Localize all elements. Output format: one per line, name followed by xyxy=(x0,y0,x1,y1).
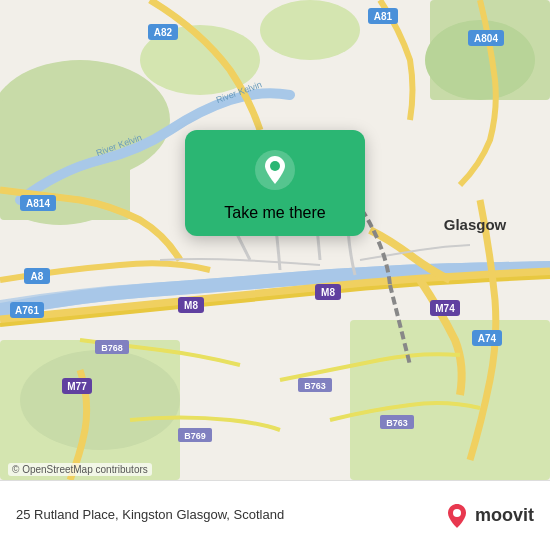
svg-text:M74: M74 xyxy=(435,303,455,314)
svg-text:M8: M8 xyxy=(321,287,335,298)
location-pin-icon xyxy=(253,148,297,192)
bottom-bar: 25 Rutland Place, Kingston Glasgow, Scot… xyxy=(0,480,550,550)
moovit-logo: moovit xyxy=(443,502,534,530)
svg-text:A761: A761 xyxy=(15,305,39,316)
svg-rect-8 xyxy=(350,320,550,480)
svg-text:M8: M8 xyxy=(184,300,198,311)
svg-text:B768: B768 xyxy=(101,343,123,353)
svg-text:A804: A804 xyxy=(474,33,498,44)
svg-text:A82: A82 xyxy=(154,27,173,38)
svg-point-45 xyxy=(270,161,280,171)
map-container: A82 A81 A804 M8 M8 A814 A8 A761 M74 A74 … xyxy=(0,0,550,480)
svg-text:Glasgow: Glasgow xyxy=(444,216,507,233)
svg-text:A814: A814 xyxy=(26,198,50,209)
svg-point-5 xyxy=(260,0,360,60)
moovit-logo-icon xyxy=(443,502,471,530)
svg-text:A81: A81 xyxy=(374,11,393,22)
svg-text:A8: A8 xyxy=(31,271,44,282)
cta-button-label: Take me there xyxy=(224,204,325,222)
svg-point-46 xyxy=(453,509,461,517)
svg-text:M77: M77 xyxy=(67,381,87,392)
moovit-logo-text: moovit xyxy=(475,505,534,526)
svg-text:B763: B763 xyxy=(386,418,408,428)
osm-attribution: © OpenStreetMap contributors xyxy=(8,463,152,476)
svg-text:A74: A74 xyxy=(478,333,497,344)
cta-card[interactable]: Take me there xyxy=(185,130,365,236)
svg-text:B769: B769 xyxy=(184,431,206,441)
svg-text:B763: B763 xyxy=(304,381,326,391)
address-text: 25 Rutland Place, Kingston Glasgow, Scot… xyxy=(16,507,284,524)
svg-point-10 xyxy=(20,350,180,450)
